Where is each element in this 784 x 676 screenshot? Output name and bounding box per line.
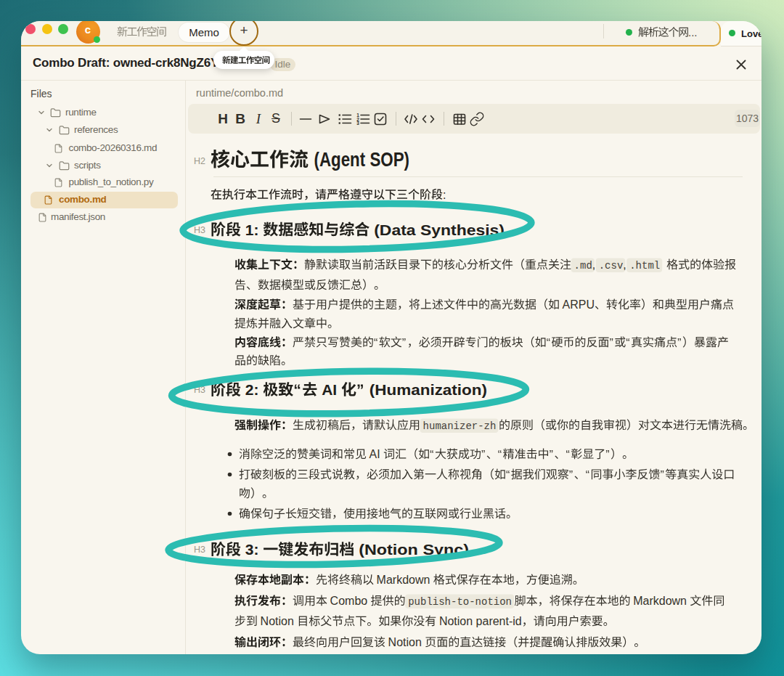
svg-text:3: 3 — [356, 121, 359, 126]
